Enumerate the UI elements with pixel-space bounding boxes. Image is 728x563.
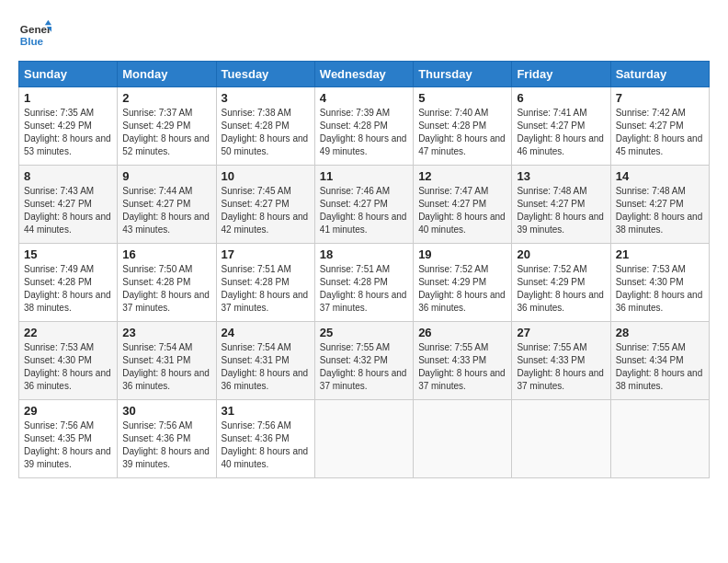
calendar-cell: 25 Sunrise: 7:55 AM Sunset: 4:32 PM Dayl…: [314, 322, 413, 400]
day-info: Sunrise: 7:35 AM Sunset: 4:29 PM Dayligh…: [24, 107, 112, 158]
day-number: 1: [24, 91, 112, 105]
calendar-cell: 31 Sunrise: 7:56 AM Sunset: 4:36 PM Dayl…: [216, 400, 314, 478]
day-info: Sunrise: 7:54 AM Sunset: 4:31 PM Dayligh…: [222, 341, 310, 393]
calendar-cell: 19 Sunrise: 7:52 AM Sunset: 4:29 PM Dayl…: [414, 244, 512, 322]
weekday-header-thursday: Thursday: [414, 62, 512, 87]
day-number: 19: [418, 247, 506, 261]
weekday-header-saturday: Saturday: [610, 62, 709, 87]
day-info: Sunrise: 7:53 AM Sunset: 4:30 PM Dayligh…: [24, 341, 112, 393]
weekday-header-tuesday: Tuesday: [216, 62, 314, 87]
calendar-cell: 2 Sunrise: 7:37 AM Sunset: 4:29 PM Dayli…: [118, 87, 216, 166]
day-number: 18: [320, 247, 408, 261]
calendar-cell: 6 Sunrise: 7:41 AM Sunset: 4:27 PM Dayli…: [512, 87, 610, 166]
day-info: Sunrise: 7:44 AM Sunset: 4:27 PM Dayligh…: [122, 185, 210, 236]
calendar-cell: 21 Sunrise: 7:53 AM Sunset: 4:30 PM Dayl…: [610, 244, 709, 322]
calendar-cell: 13 Sunrise: 7:48 AM Sunset: 4:27 PM Dayl…: [512, 166, 610, 244]
day-info: Sunrise: 7:56 AM Sunset: 4:35 PM Dayligh…: [24, 419, 112, 471]
day-info: Sunrise: 7:41 AM Sunset: 4:27 PM Dayligh…: [517, 107, 605, 158]
day-info: Sunrise: 7:52 AM Sunset: 4:29 PM Dayligh…: [418, 263, 506, 315]
calendar-cell: 22 Sunrise: 7:53 AM Sunset: 4:30 PM Dayl…: [19, 322, 118, 400]
logo: General Blue: [18, 18, 51, 52]
day-number: 20: [517, 247, 605, 261]
day-info: Sunrise: 7:52 AM Sunset: 4:29 PM Dayligh…: [517, 263, 605, 315]
day-info: Sunrise: 7:55 AM Sunset: 4:33 PM Dayligh…: [418, 341, 506, 393]
calendar-week-3: 15 Sunrise: 7:49 AM Sunset: 4:28 PM Dayl…: [19, 244, 710, 322]
calendar-week-1: 1 Sunrise: 7:35 AM Sunset: 4:29 PM Dayli…: [19, 87, 710, 166]
day-number: 16: [122, 247, 210, 261]
day-info: Sunrise: 7:49 AM Sunset: 4:28 PM Dayligh…: [24, 263, 112, 315]
day-info: Sunrise: 7:56 AM Sunset: 4:36 PM Dayligh…: [222, 419, 310, 471]
logo-icon: General Blue: [18, 18, 51, 52]
day-info: Sunrise: 7:56 AM Sunset: 4:36 PM Dayligh…: [122, 419, 210, 471]
day-info: Sunrise: 7:48 AM Sunset: 4:27 PM Dayligh…: [517, 185, 605, 236]
weekday-header-monday: Monday: [118, 62, 216, 87]
day-number: 15: [24, 247, 112, 261]
calendar-cell: 9 Sunrise: 7:44 AM Sunset: 4:27 PM Dayli…: [118, 166, 216, 244]
day-number: 22: [24, 326, 112, 339]
weekday-header-wednesday: Wednesday: [314, 62, 413, 87]
day-number: 11: [320, 169, 408, 183]
day-number: 8: [24, 169, 112, 183]
calendar-cell: 27 Sunrise: 7:55 AM Sunset: 4:33 PM Dayl…: [512, 322, 610, 400]
day-number: 7: [616, 91, 704, 105]
calendar-cell: 16 Sunrise: 7:50 AM Sunset: 4:28 PM Dayl…: [118, 244, 216, 322]
day-info: Sunrise: 7:47 AM Sunset: 4:27 PM Dayligh…: [418, 185, 506, 236]
day-number: 13: [517, 169, 605, 183]
day-info: Sunrise: 7:55 AM Sunset: 4:32 PM Dayligh…: [320, 341, 408, 393]
calendar-cell: 1 Sunrise: 7:35 AM Sunset: 4:29 PM Dayli…: [19, 87, 118, 166]
day-number: 9: [122, 169, 210, 183]
day-number: 2: [122, 91, 210, 105]
calendar-header-row: SundayMondayTuesdayWednesdayThursdayFrid…: [19, 62, 710, 87]
day-info: Sunrise: 7:54 AM Sunset: 4:31 PM Dayligh…: [122, 341, 210, 393]
calendar-cell: 28 Sunrise: 7:55 AM Sunset: 4:34 PM Dayl…: [610, 322, 709, 400]
calendar-cell: 14 Sunrise: 7:48 AM Sunset: 4:27 PM Dayl…: [610, 166, 709, 244]
weekday-header-friday: Friday: [512, 62, 610, 87]
day-number: 4: [320, 91, 408, 105]
calendar-cell: 12 Sunrise: 7:47 AM Sunset: 4:27 PM Dayl…: [414, 166, 512, 244]
day-number: 14: [616, 169, 704, 183]
calendar-cell: [314, 400, 413, 478]
calendar-week-5: 29 Sunrise: 7:56 AM Sunset: 4:35 PM Dayl…: [19, 400, 710, 478]
day-info: Sunrise: 7:37 AM Sunset: 4:29 PM Dayligh…: [122, 107, 210, 158]
day-number: 12: [418, 169, 506, 183]
day-number: 24: [222, 326, 310, 339]
day-info: Sunrise: 7:38 AM Sunset: 4:28 PM Dayligh…: [222, 107, 310, 158]
day-info: Sunrise: 7:55 AM Sunset: 4:33 PM Dayligh…: [517, 341, 605, 393]
calendar-cell: 30 Sunrise: 7:56 AM Sunset: 4:36 PM Dayl…: [118, 400, 216, 478]
calendar-week-4: 22 Sunrise: 7:53 AM Sunset: 4:30 PM Dayl…: [19, 322, 710, 400]
weekday-header-sunday: Sunday: [19, 62, 118, 87]
day-info: Sunrise: 7:46 AM Sunset: 4:27 PM Dayligh…: [320, 185, 408, 236]
calendar-cell: 3 Sunrise: 7:38 AM Sunset: 4:28 PM Dayli…: [216, 87, 314, 166]
day-info: Sunrise: 7:51 AM Sunset: 4:28 PM Dayligh…: [222, 263, 310, 315]
calendar-cell: 5 Sunrise: 7:40 AM Sunset: 4:28 PM Dayli…: [414, 87, 512, 166]
day-number: 6: [517, 91, 605, 105]
calendar-cell: 7 Sunrise: 7:42 AM Sunset: 4:27 PM Dayli…: [610, 87, 709, 166]
day-number: 26: [418, 326, 506, 339]
calendar-cell: [414, 400, 512, 478]
day-number: 5: [418, 91, 506, 105]
calendar-cell: 20 Sunrise: 7:52 AM Sunset: 4:29 PM Dayl…: [512, 244, 610, 322]
calendar-table: SundayMondayTuesdayWednesdayThursdayFrid…: [18, 61, 710, 478]
day-info: Sunrise: 7:40 AM Sunset: 4:28 PM Dayligh…: [418, 107, 506, 158]
day-info: Sunrise: 7:39 AM Sunset: 4:28 PM Dayligh…: [320, 107, 408, 158]
day-number: 21: [616, 247, 704, 261]
day-number: 28: [616, 326, 704, 339]
calendar-week-2: 8 Sunrise: 7:43 AM Sunset: 4:27 PM Dayli…: [19, 166, 710, 244]
calendar-cell: 18 Sunrise: 7:51 AM Sunset: 4:28 PM Dayl…: [314, 244, 413, 322]
day-number: 27: [517, 326, 605, 339]
calendar-cell: [610, 400, 709, 478]
calendar-cell: 10 Sunrise: 7:45 AM Sunset: 4:27 PM Dayl…: [216, 166, 314, 244]
page-header: General Blue: [18, 18, 710, 52]
day-number: 23: [122, 326, 210, 339]
day-number: 10: [222, 169, 310, 183]
calendar-cell: [512, 400, 610, 478]
day-number: 3: [222, 91, 310, 105]
day-info: Sunrise: 7:42 AM Sunset: 4:27 PM Dayligh…: [616, 107, 704, 158]
calendar-cell: 23 Sunrise: 7:54 AM Sunset: 4:31 PM Dayl…: [118, 322, 216, 400]
calendar-cell: 29 Sunrise: 7:56 AM Sunset: 4:35 PM Dayl…: [19, 400, 118, 478]
calendar-cell: 17 Sunrise: 7:51 AM Sunset: 4:28 PM Dayl…: [216, 244, 314, 322]
calendar-cell: 8 Sunrise: 7:43 AM Sunset: 4:27 PM Dayli…: [19, 166, 118, 244]
calendar-cell: 15 Sunrise: 7:49 AM Sunset: 4:28 PM Dayl…: [19, 244, 118, 322]
day-info: Sunrise: 7:53 AM Sunset: 4:30 PM Dayligh…: [616, 263, 704, 315]
day-number: 17: [222, 247, 310, 261]
